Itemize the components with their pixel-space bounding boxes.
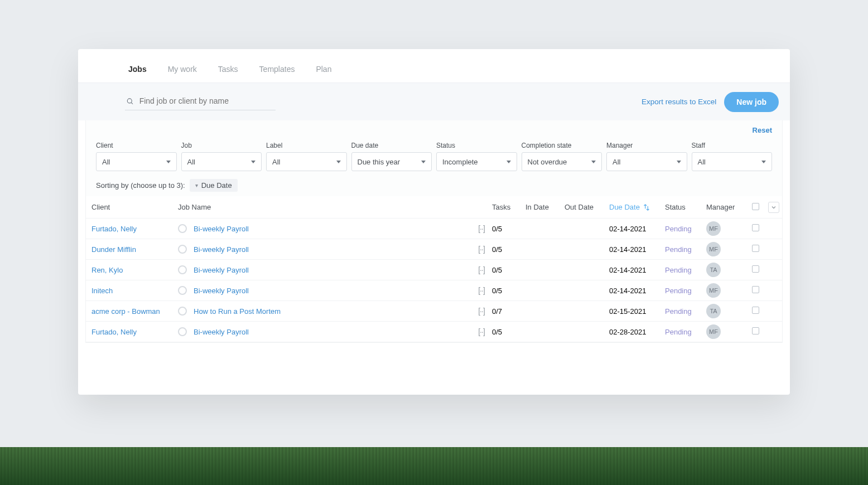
new-job-button[interactable]: New job bbox=[724, 92, 779, 112]
client-link[interactable]: Dunder Mifflin bbox=[86, 245, 172, 254]
table-header-row: Client Job Name Tasks In Date Out Date D… bbox=[86, 196, 782, 219]
client-link[interactable]: Furtado, Nelly bbox=[86, 225, 172, 233]
job-link[interactable]: Bi-weekly Payroll bbox=[194, 328, 249, 336]
status-circle-icon[interactable] bbox=[178, 245, 187, 254]
tasks-count: 0/5 bbox=[492, 225, 525, 233]
reset-filters-link[interactable]: Reset bbox=[753, 126, 772, 134]
job-name-cell: How to Run a Post Mortem bbox=[172, 307, 471, 316]
row-checkbox[interactable] bbox=[752, 327, 759, 334]
client-link[interactable]: Furtado, Nelly bbox=[86, 328, 172, 336]
avatar[interactable]: TA bbox=[706, 304, 721, 318]
due-date: 02-14-2021 bbox=[609, 245, 665, 254]
sorting-label: Sorting by (choose up to 3): bbox=[96, 181, 185, 190]
col-header-in-date[interactable]: In Date bbox=[525, 203, 565, 211]
tab-tasks[interactable]: Tasks bbox=[218, 65, 238, 83]
select-all-checkbox[interactable] bbox=[752, 203, 759, 210]
avatar[interactable]: MF bbox=[706, 283, 721, 298]
filter-label: Job bbox=[181, 142, 262, 149]
status-badge[interactable]: Pending bbox=[665, 307, 706, 316]
expand-icon[interactable]: [··] bbox=[478, 245, 485, 254]
search-icon bbox=[126, 97, 134, 105]
filter-select-status[interactable]: Incomplete bbox=[436, 152, 517, 171]
row-checkbox[interactable] bbox=[752, 245, 759, 252]
status-badge[interactable]: Pending bbox=[665, 287, 706, 295]
table-row: Dunder MifflinBi-weekly Payroll[··]0/502… bbox=[86, 239, 782, 260]
manager-cell: TA bbox=[706, 304, 745, 318]
tab-templates[interactable]: Templates bbox=[259, 65, 295, 83]
job-name-cell: Bi-weekly Payroll bbox=[172, 224, 471, 233]
sort-chip-due-date[interactable]: ▾ Due Date bbox=[190, 179, 238, 192]
expand-icon[interactable]: [··] bbox=[478, 327, 485, 336]
avatar[interactable]: MF bbox=[706, 221, 721, 236]
chevron-down-icon bbox=[336, 161, 341, 163]
chevron-down-icon: ▾ bbox=[195, 182, 198, 188]
status-badge[interactable]: Pending bbox=[665, 266, 706, 274]
tab-jobs[interactable]: Jobs bbox=[128, 65, 147, 83]
filter-select-job[interactable]: All bbox=[181, 152, 262, 171]
filter-select-due-date[interactable]: Due this year bbox=[351, 152, 432, 171]
column-options-button[interactable] bbox=[768, 202, 779, 213]
export-link[interactable]: Export results to Excel bbox=[642, 98, 716, 106]
filter-value: All bbox=[613, 158, 620, 166]
col-header-job-name[interactable]: Job Name bbox=[172, 203, 471, 211]
job-link[interactable]: Bi-weekly Payroll bbox=[194, 225, 249, 233]
table-row: Furtado, NellyBi-weekly Payroll[··]0/502… bbox=[86, 219, 782, 239]
due-date: 02-14-2021 bbox=[609, 266, 665, 274]
status-circle-icon[interactable] bbox=[178, 307, 187, 316]
status-circle-icon[interactable] bbox=[178, 265, 187, 274]
col-header-due-date[interactable]: Due Date bbox=[609, 203, 665, 211]
col-header-manager[interactable]: Manager bbox=[706, 203, 745, 211]
filter-label: LabelAll bbox=[266, 142, 347, 171]
avatar[interactable]: MF bbox=[706, 242, 721, 256]
status-badge[interactable]: Pending bbox=[665, 225, 706, 233]
search-input[interactable] bbox=[139, 96, 274, 105]
due-date: 02-28-2021 bbox=[609, 328, 665, 336]
job-link[interactable]: Bi-weekly Payroll bbox=[194, 245, 249, 254]
filter-value: All bbox=[187, 158, 195, 166]
tab-my-work[interactable]: My work bbox=[168, 65, 197, 83]
job-link[interactable]: Bi-weekly Payroll bbox=[194, 266, 249, 274]
row-checkbox[interactable] bbox=[752, 286, 759, 293]
filters-row: ClientAllJobAllLabelAllDue dateDue this … bbox=[96, 142, 772, 171]
job-link[interactable]: Bi-weekly Payroll bbox=[194, 287, 249, 295]
chevron-down-icon bbox=[166, 161, 171, 163]
row-checkbox[interactable] bbox=[752, 307, 759, 314]
expand-icon[interactable]: [··] bbox=[478, 286, 485, 295]
col-header-tasks[interactable]: Tasks bbox=[492, 203, 525, 211]
status-badge[interactable]: Pending bbox=[665, 245, 706, 254]
status-circle-icon[interactable] bbox=[178, 224, 187, 233]
status-circle-icon[interactable] bbox=[178, 327, 187, 336]
filter-select-client[interactable]: All bbox=[96, 152, 177, 171]
search-box[interactable] bbox=[125, 93, 276, 110]
row-checkbox[interactable] bbox=[752, 224, 759, 231]
filter-value: Due this year bbox=[358, 158, 401, 166]
decorative-footer bbox=[0, 447, 868, 485]
status-badge[interactable]: Pending bbox=[665, 328, 706, 336]
filter-select-completion-state[interactable]: Not overdue bbox=[522, 152, 602, 171]
sort-chip-label: Due Date bbox=[201, 181, 232, 190]
col-header-status[interactable]: Status bbox=[665, 203, 706, 211]
client-link[interactable]: Initech bbox=[86, 287, 172, 295]
status-circle-icon[interactable] bbox=[178, 286, 187, 295]
filter-select-manager[interactable]: All bbox=[606, 152, 687, 171]
chevron-down-icon bbox=[677, 161, 681, 163]
col-header-out-date[interactable]: Out Date bbox=[565, 203, 609, 211]
col-header-select-all[interactable] bbox=[745, 203, 765, 212]
avatar[interactable]: MF bbox=[706, 324, 721, 339]
filter-completion-state: Completion stateNot overdue bbox=[522, 142, 602, 171]
col-header-client[interactable]: Client bbox=[86, 203, 172, 211]
tasks-count: 0/5 bbox=[492, 266, 525, 274]
client-link[interactable]: Ren, Kylo bbox=[86, 266, 172, 274]
row-checkbox[interactable] bbox=[752, 265, 759, 273]
filter-select-label[interactable]: All bbox=[266, 152, 347, 171]
chevron-down-icon bbox=[421, 161, 426, 163]
job-link[interactable]: How to Run a Post Mortem bbox=[194, 307, 281, 316]
expand-icon[interactable]: [··] bbox=[478, 265, 485, 274]
avatar[interactable]: TA bbox=[706, 263, 721, 277]
filter-select-staff[interactable]: All bbox=[692, 152, 773, 171]
expand-icon[interactable]: [··] bbox=[478, 307, 485, 316]
client-link[interactable]: acme corp - Bowman bbox=[86, 307, 172, 316]
tab-plan[interactable]: Plan bbox=[316, 65, 331, 83]
expand-icon[interactable]: [··] bbox=[478, 224, 485, 233]
chevron-down-icon bbox=[251, 161, 255, 163]
